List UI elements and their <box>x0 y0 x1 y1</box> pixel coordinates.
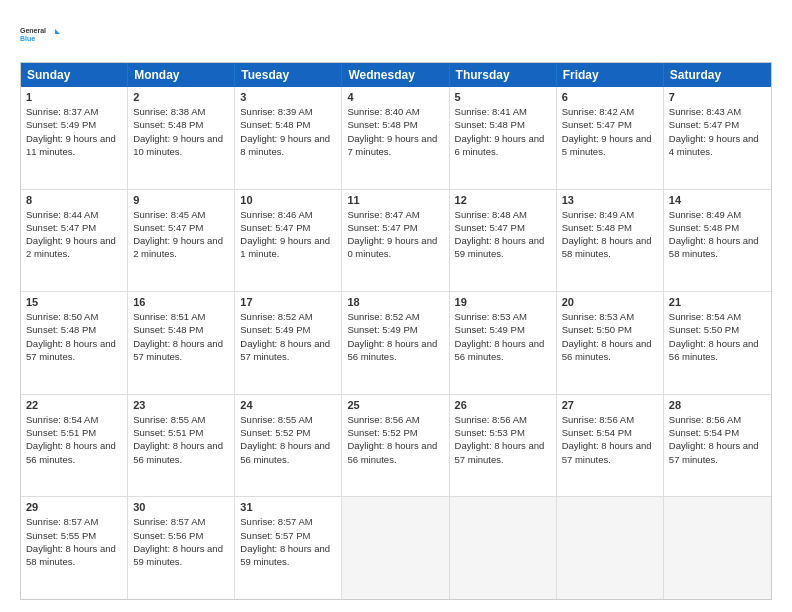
calendar-row-1: 8 Sunrise: 8:44 AMSunset: 5:47 PMDayligh… <box>21 189 771 292</box>
weekday-header-sunday: Sunday <box>21 63 128 87</box>
svg-text:General: General <box>20 27 46 34</box>
cell-info: Sunrise: 8:48 AMSunset: 5:47 PMDaylight:… <box>455 209 545 260</box>
header: General Blue <box>20 16 772 52</box>
cell-info: Sunrise: 8:55 AMSunset: 5:52 PMDaylight:… <box>240 414 330 465</box>
cell-info: Sunrise: 8:56 AMSunset: 5:53 PMDaylight:… <box>455 414 545 465</box>
cell-info: Sunrise: 8:38 AMSunset: 5:48 PMDaylight:… <box>133 106 223 157</box>
day-number: 22 <box>26 399 122 411</box>
day-cell-9: 9 Sunrise: 8:45 AMSunset: 5:47 PMDayligh… <box>128 190 235 292</box>
calendar-header: SundayMondayTuesdayWednesdayThursdayFrid… <box>21 63 771 87</box>
svg-text:Blue: Blue <box>20 35 35 42</box>
cell-info: Sunrise: 8:47 AMSunset: 5:47 PMDaylight:… <box>347 209 437 260</box>
cell-info: Sunrise: 8:56 AMSunset: 5:54 PMDaylight:… <box>669 414 759 465</box>
empty-cell <box>342 497 449 599</box>
day-cell-26: 26 Sunrise: 8:56 AMSunset: 5:53 PMDaylig… <box>450 395 557 497</box>
day-number: 20 <box>562 296 658 308</box>
cell-info: Sunrise: 8:52 AMSunset: 5:49 PMDaylight:… <box>347 311 437 362</box>
weekday-header-friday: Friday <box>557 63 664 87</box>
cell-info: Sunrise: 8:53 AMSunset: 5:50 PMDaylight:… <box>562 311 652 362</box>
day-number: 18 <box>347 296 443 308</box>
day-number: 5 <box>455 91 551 103</box>
day-cell-16: 16 Sunrise: 8:51 AMSunset: 5:48 PMDaylig… <box>128 292 235 394</box>
day-number: 14 <box>669 194 766 206</box>
day-number: 31 <box>240 501 336 513</box>
day-cell-1: 1 Sunrise: 8:37 AMSunset: 5:49 PMDayligh… <box>21 87 128 189</box>
day-number: 21 <box>669 296 766 308</box>
cell-info: Sunrise: 8:54 AMSunset: 5:51 PMDaylight:… <box>26 414 116 465</box>
day-number: 24 <box>240 399 336 411</box>
empty-cell <box>450 497 557 599</box>
cell-info: Sunrise: 8:43 AMSunset: 5:47 PMDaylight:… <box>669 106 759 157</box>
cell-info: Sunrise: 8:53 AMSunset: 5:49 PMDaylight:… <box>455 311 545 362</box>
day-cell-23: 23 Sunrise: 8:55 AMSunset: 5:51 PMDaylig… <box>128 395 235 497</box>
calendar-row-3: 22 Sunrise: 8:54 AMSunset: 5:51 PMDaylig… <box>21 394 771 497</box>
day-number: 2 <box>133 91 229 103</box>
day-number: 28 <box>669 399 766 411</box>
day-number: 1 <box>26 91 122 103</box>
day-cell-15: 15 Sunrise: 8:50 AMSunset: 5:48 PMDaylig… <box>21 292 128 394</box>
day-cell-6: 6 Sunrise: 8:42 AMSunset: 5:47 PMDayligh… <box>557 87 664 189</box>
day-cell-25: 25 Sunrise: 8:56 AMSunset: 5:52 PMDaylig… <box>342 395 449 497</box>
day-cell-12: 12 Sunrise: 8:48 AMSunset: 5:47 PMDaylig… <box>450 190 557 292</box>
day-number: 10 <box>240 194 336 206</box>
day-number: 25 <box>347 399 443 411</box>
day-number: 9 <box>133 194 229 206</box>
day-number: 8 <box>26 194 122 206</box>
day-number: 15 <box>26 296 122 308</box>
cell-info: Sunrise: 8:56 AMSunset: 5:54 PMDaylight:… <box>562 414 652 465</box>
day-cell-22: 22 Sunrise: 8:54 AMSunset: 5:51 PMDaylig… <box>21 395 128 497</box>
day-cell-7: 7 Sunrise: 8:43 AMSunset: 5:47 PMDayligh… <box>664 87 771 189</box>
day-number: 26 <box>455 399 551 411</box>
day-cell-20: 20 Sunrise: 8:53 AMSunset: 5:50 PMDaylig… <box>557 292 664 394</box>
cell-info: Sunrise: 8:55 AMSunset: 5:51 PMDaylight:… <box>133 414 223 465</box>
cell-info: Sunrise: 8:37 AMSunset: 5:49 PMDaylight:… <box>26 106 116 157</box>
day-cell-30: 30 Sunrise: 8:57 AMSunset: 5:56 PMDaylig… <box>128 497 235 599</box>
day-cell-5: 5 Sunrise: 8:41 AMSunset: 5:48 PMDayligh… <box>450 87 557 189</box>
cell-info: Sunrise: 8:56 AMSunset: 5:52 PMDaylight:… <box>347 414 437 465</box>
cell-info: Sunrise: 8:40 AMSunset: 5:48 PMDaylight:… <box>347 106 437 157</box>
day-cell-17: 17 Sunrise: 8:52 AMSunset: 5:49 PMDaylig… <box>235 292 342 394</box>
day-number: 4 <box>347 91 443 103</box>
day-number: 27 <box>562 399 658 411</box>
day-cell-11: 11 Sunrise: 8:47 AMSunset: 5:47 PMDaylig… <box>342 190 449 292</box>
cell-info: Sunrise: 8:52 AMSunset: 5:49 PMDaylight:… <box>240 311 330 362</box>
svg-marker-2 <box>55 29 60 34</box>
calendar-row-0: 1 Sunrise: 8:37 AMSunset: 5:49 PMDayligh… <box>21 87 771 189</box>
weekday-header-thursday: Thursday <box>450 63 557 87</box>
empty-cell <box>664 497 771 599</box>
weekday-header-tuesday: Tuesday <box>235 63 342 87</box>
calendar-body: 1 Sunrise: 8:37 AMSunset: 5:49 PMDayligh… <box>21 87 771 599</box>
cell-info: Sunrise: 8:45 AMSunset: 5:47 PMDaylight:… <box>133 209 223 260</box>
cell-info: Sunrise: 8:54 AMSunset: 5:50 PMDaylight:… <box>669 311 759 362</box>
cell-info: Sunrise: 8:57 AMSunset: 5:56 PMDaylight:… <box>133 516 223 567</box>
day-number: 16 <box>133 296 229 308</box>
day-number: 23 <box>133 399 229 411</box>
day-cell-4: 4 Sunrise: 8:40 AMSunset: 5:48 PMDayligh… <box>342 87 449 189</box>
cell-info: Sunrise: 8:49 AMSunset: 5:48 PMDaylight:… <box>562 209 652 260</box>
cell-info: Sunrise: 8:51 AMSunset: 5:48 PMDaylight:… <box>133 311 223 362</box>
day-cell-29: 29 Sunrise: 8:57 AMSunset: 5:55 PMDaylig… <box>21 497 128 599</box>
cell-info: Sunrise: 8:39 AMSunset: 5:48 PMDaylight:… <box>240 106 330 157</box>
day-cell-21: 21 Sunrise: 8:54 AMSunset: 5:50 PMDaylig… <box>664 292 771 394</box>
day-number: 19 <box>455 296 551 308</box>
day-number: 3 <box>240 91 336 103</box>
day-cell-10: 10 Sunrise: 8:46 AMSunset: 5:47 PMDaylig… <box>235 190 342 292</box>
day-number: 12 <box>455 194 551 206</box>
day-cell-24: 24 Sunrise: 8:55 AMSunset: 5:52 PMDaylig… <box>235 395 342 497</box>
day-cell-14: 14 Sunrise: 8:49 AMSunset: 5:48 PMDaylig… <box>664 190 771 292</box>
day-cell-27: 27 Sunrise: 8:56 AMSunset: 5:54 PMDaylig… <box>557 395 664 497</box>
empty-cell <box>557 497 664 599</box>
day-cell-8: 8 Sunrise: 8:44 AMSunset: 5:47 PMDayligh… <box>21 190 128 292</box>
cell-info: Sunrise: 8:57 AMSunset: 5:55 PMDaylight:… <box>26 516 116 567</box>
day-cell-2: 2 Sunrise: 8:38 AMSunset: 5:48 PMDayligh… <box>128 87 235 189</box>
page: General Blue SundayMondayTuesdayWednesda… <box>0 0 792 612</box>
day-number: 17 <box>240 296 336 308</box>
day-number: 30 <box>133 501 229 513</box>
logo-svg: General Blue <box>20 16 60 52</box>
weekday-header-saturday: Saturday <box>664 63 771 87</box>
calendar-row-4: 29 Sunrise: 8:57 AMSunset: 5:55 PMDaylig… <box>21 496 771 599</box>
logo: General Blue <box>20 16 60 52</box>
day-number: 6 <box>562 91 658 103</box>
calendar-row-2: 15 Sunrise: 8:50 AMSunset: 5:48 PMDaylig… <box>21 291 771 394</box>
day-number: 11 <box>347 194 443 206</box>
